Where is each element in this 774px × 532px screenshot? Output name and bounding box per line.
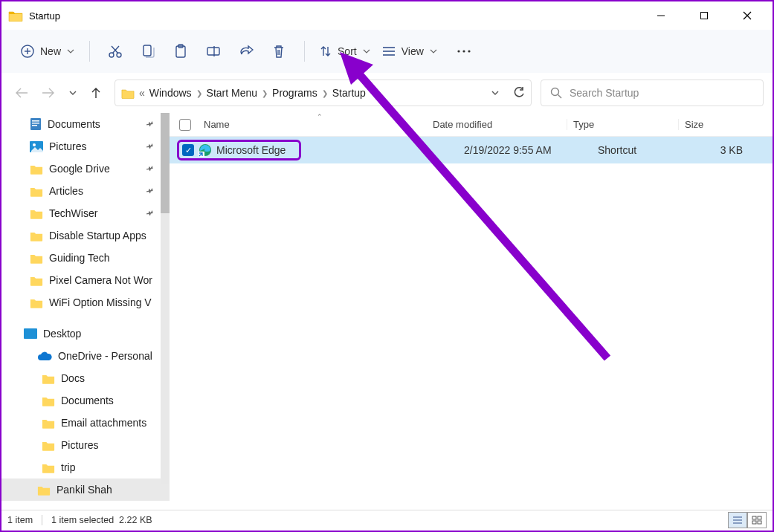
status-item-count: 1 item [7,515,42,525]
breadcrumb-prefix: « [139,87,145,99]
clipboard-icon [174,44,187,59]
navigation-pane[interactable]: DocumentsPicturesGoogle DriveArticlesTec… [1,113,170,510]
edge-shortcut-icon [199,143,212,157]
breadcrumb-item[interactable]: Programs❯ [272,87,328,99]
navigation-bar: « Windows❯ Start Menu❯ Programs❯ Startup… [1,73,773,113]
pin-icon [146,209,155,218]
sidebar-item[interactable]: trip [1,456,170,479]
sidebar-item[interactable]: Documents [1,389,170,412]
sidebar-item-onedrive[interactable]: OneDrive - Personal [1,345,170,367]
new-label: New [40,45,61,57]
svg-rect-1 [701,13,708,19]
scissors-icon [108,44,123,59]
view-label: View [401,45,424,57]
desktop-icon [24,328,37,339]
sidebar-item[interactable]: Pictures [1,135,170,158]
plus-circle-icon [21,45,34,58]
details-view-toggle[interactable] [728,512,747,528]
svg-rect-11 [143,45,151,56]
svg-line-10 [112,46,118,53]
share-button[interactable] [230,36,262,66]
sidebar-item[interactable]: Articles [1,180,170,202]
more-button[interactable] [448,36,480,66]
file-list-pane: Name ⌃ Date modified Type Size ✓ Microso… [170,113,773,510]
row-checkbox[interactable]: ✓ [182,144,194,156]
svg-rect-41 [758,521,761,524]
cut-button[interactable] [99,36,132,66]
sidebar-item[interactable]: WiFi Option Missing V [1,291,170,314]
pin-icon [146,164,155,173]
pin-icon [146,142,155,151]
breadcrumb-item[interactable]: Windows❯ [149,87,202,99]
ellipsis-icon [457,49,471,53]
select-all-checkbox[interactable] [179,119,191,131]
svg-line-25 [558,95,562,99]
window-title: Startup [29,10,60,22]
breadcrumb-item[interactable]: Start Menu❯ [207,87,268,99]
file-size: 3 KB [720,144,743,156]
view-button[interactable]: View [376,45,443,57]
up-button[interactable] [91,87,101,99]
address-dropdown-button[interactable] [491,89,500,97]
svg-rect-38 [752,516,756,519]
minimize-button[interactable] [639,1,683,30]
chevron-down-icon [430,48,437,55]
search-box[interactable]: Search Startup [541,80,764,106]
pin-icon [146,186,155,195]
file-name: Microsoft Edge [216,144,286,156]
column-header-type[interactable]: Type [567,119,678,130]
pin-icon [146,120,155,129]
thumbnails-view-toggle[interactable] [747,512,767,528]
svg-rect-14 [207,48,219,55]
column-header-size[interactable]: Size [678,119,773,130]
window-folder-icon [8,10,23,22]
trash-icon [272,44,286,59]
address-bar[interactable]: « Windows❯ Start Menu❯ Programs❯ Startup [115,80,532,106]
back-button[interactable] [15,88,28,98]
svg-point-22 [462,50,465,52]
column-header-name[interactable]: Name ⌃ [201,119,433,130]
paste-button[interactable] [164,36,197,66]
sidebar-item[interactable]: Docs [1,367,170,389]
svg-rect-26 [30,118,41,130]
sidebar-item[interactable]: Disable Startup Apps [1,224,170,247]
breadcrumb-item[interactable]: Startup [332,87,366,99]
delete-button[interactable] [262,36,295,66]
chevron-down-icon [67,48,74,55]
file-row[interactable]: ✓ Microsoft Edge 2/19/2022 9:55 AM Short… [170,137,773,163]
scrollbar-thumb[interactable] [161,113,170,213]
column-headers[interactable]: Name ⌃ Date modified Type Size [170,113,773,137]
copy-button[interactable] [132,36,164,66]
sidebar-item[interactable]: Google Drive [1,158,170,180]
view-list-icon [382,46,396,56]
sidebar-item-selected[interactable]: Pankil Shah [1,479,170,501]
separator [89,41,90,62]
column-header-date[interactable]: Date modified [433,119,567,130]
sidebar-item[interactable]: Documents [1,113,170,135]
sidebar-item[interactable]: Pixel Camera Not Wor [1,269,170,291]
new-button[interactable]: New [15,45,80,58]
rename-button[interactable] [197,36,230,66]
close-button[interactable] [726,1,769,30]
sidebar-item[interactable]: Guiding Tech [1,247,170,269]
refresh-button[interactable] [513,87,525,99]
file-name-cell[interactable]: ✓ Microsoft Edge [177,140,301,160]
sort-label: Sort [338,45,357,57]
sidebar-item[interactable]: Email attachments [1,412,170,434]
search-icon [550,87,562,99]
sidebar-item[interactable]: Pictures [1,434,170,456]
svg-rect-40 [752,521,756,524]
sort-button[interactable]: Sort [314,45,376,57]
folder-icon [37,484,51,496]
command-bar: New Sort View [1,30,773,73]
svg-line-9 [113,46,120,53]
sidebar-item[interactable]: TechWiser [1,202,170,224]
svg-point-21 [457,50,459,52]
recent-locations-button[interactable] [68,89,77,97]
forward-button[interactable] [42,88,55,98]
separator [304,41,305,62]
sidebar-item-desktop[interactable]: Desktop [1,322,170,345]
maximize-button[interactable] [683,1,726,30]
file-date: 2/19/2022 9:55 AM [464,144,552,156]
copy-icon [141,44,155,59]
